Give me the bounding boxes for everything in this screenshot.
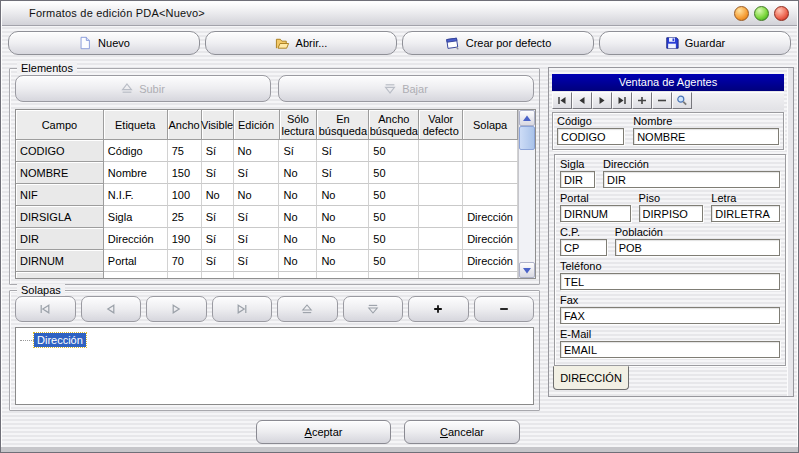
grid-cell[interactable]: Sí (317, 162, 369, 184)
grid-cell[interactable]: Sí (202, 250, 234, 272)
field-portal-input[interactable] (560, 205, 631, 222)
grid-cell[interactable] (419, 140, 463, 162)
grid-cell[interactable] (419, 250, 463, 272)
agentes-previous-button[interactable] (572, 92, 592, 109)
grid-cell[interactable]: 50 (369, 250, 419, 272)
maximize-button[interactable] (754, 6, 769, 21)
grid-cell[interactable]: Piso (104, 272, 168, 278)
grid-cell[interactable] (419, 184, 463, 206)
grid-cell[interactable]: Nombre (104, 162, 168, 184)
grid-cell[interactable]: No (279, 250, 317, 272)
toolbar-button-abrir[interactable]: Abrir... (205, 31, 397, 55)
field-telefono-input[interactable] (560, 273, 780, 290)
minimize-button[interactable] (734, 6, 749, 21)
solapas-previous-button[interactable] (81, 296, 142, 322)
grid-cell[interactable]: 50 (369, 272, 419, 278)
grid-cell[interactable]: No (279, 206, 317, 228)
grid-cell[interactable]: No (317, 272, 369, 278)
scroll-down-button[interactable] (519, 262, 535, 278)
move-down-button[interactable]: Bajar (278, 75, 534, 102)
grid-cell[interactable]: Portal (104, 250, 168, 272)
solapas-last-button[interactable] (212, 296, 273, 322)
grid-cell[interactable]: Sí (234, 250, 280, 272)
tree-item[interactable]: Dirección (16, 332, 533, 348)
field-piso-input[interactable] (639, 205, 704, 222)
grid-cell[interactable]: Sí (234, 228, 280, 250)
toolbar-button-crear-por-defecto[interactable]: Crear por defecto (402, 31, 594, 55)
grid-cell[interactable]: Sí (202, 140, 234, 162)
grid-cell[interactable]: 190 (168, 228, 202, 250)
grid-cell[interactable]: Sí (202, 272, 234, 278)
tree-item-label[interactable]: Dirección (34, 333, 86, 347)
solapas-first-button[interactable] (15, 296, 76, 322)
agentes-last-button[interactable] (612, 92, 632, 109)
agentes-add-button[interactable] (632, 92, 652, 109)
grid-cell[interactable]: Dirección (463, 228, 518, 250)
grid-cell[interactable]: No (279, 272, 317, 278)
grid-cell[interactable]: No (234, 184, 280, 206)
grid-cell[interactable]: No (317, 206, 369, 228)
solapas-tree[interactable]: Dirección (15, 327, 534, 405)
field-c-p-input[interactable] (560, 239, 607, 256)
row-header-cell[interactable]: DIR (16, 228, 104, 250)
solapas-move-down-button[interactable] (343, 296, 404, 322)
grid-cell[interactable]: No (317, 228, 369, 250)
grid-cell[interactable]: 25 (168, 206, 202, 228)
grid-cell[interactable]: No (317, 184, 369, 206)
toolbar-button-guardar[interactable]: Guardar (599, 31, 791, 55)
grid-cell[interactable]: Sí (234, 162, 280, 184)
grid-cell[interactable]: No (279, 228, 317, 250)
grid-cell[interactable]: No (279, 162, 317, 184)
field-direccion-input[interactable] (603, 171, 780, 188)
cancelar-button[interactable]: Cancelar (404, 420, 520, 444)
grid-cell[interactable] (419, 162, 463, 184)
grid-cell[interactable]: Código (104, 140, 168, 162)
solapas-remove-button[interactable] (474, 296, 535, 322)
grid-cell[interactable] (463, 184, 518, 206)
grid-cell[interactable]: 70 (168, 250, 202, 272)
grid-cell[interactable]: Dirección (463, 250, 518, 272)
row-header-cell[interactable]: DIRNUM (16, 250, 104, 272)
grid-cell[interactable]: No (279, 184, 317, 206)
grid-cell[interactable] (463, 162, 518, 184)
grid-cell[interactable]: 50 (369, 162, 419, 184)
grid-cell[interactable]: Sí (202, 162, 234, 184)
field-nombre-input[interactable] (633, 128, 779, 145)
agentes-remove-button[interactable] (652, 92, 672, 109)
row-header-cell[interactable]: CODIGO (16, 140, 104, 162)
grid-cell[interactable] (419, 228, 463, 250)
grid-cell[interactable]: Dirección (463, 272, 518, 278)
grid-cell[interactable]: Sí (202, 228, 234, 250)
solapas-next-button[interactable] (146, 296, 207, 322)
grid-cell[interactable]: Dirección (104, 228, 168, 250)
field-fax-input[interactable] (560, 307, 780, 324)
row-header-cell[interactable]: NOMBRE (16, 162, 104, 184)
tab-direccion[interactable]: DIRECCIÓN (553, 366, 629, 390)
row-header-cell[interactable]: DIRPISO (16, 272, 104, 278)
solapas-add-button[interactable] (408, 296, 469, 322)
agentes-first-button[interactable] (552, 92, 572, 109)
grid-cell[interactable]: 50 (369, 228, 419, 250)
grid-cell[interactable]: No (202, 184, 234, 206)
grid-cell[interactable]: Sí (234, 206, 280, 228)
grid-cell[interactable]: Sí (279, 140, 317, 162)
grid-cell[interactable] (419, 206, 463, 228)
toolbar-button-nuevo[interactable]: Nuevo (8, 31, 200, 55)
agentes-next-button[interactable] (592, 92, 612, 109)
grid-cell[interactable]: Sí (202, 206, 234, 228)
scrollbar-thumb[interactable] (519, 126, 535, 150)
grid-cell[interactable] (419, 272, 463, 278)
scrollbar-track[interactable] (519, 126, 535, 262)
grid-cell[interactable]: Sí (317, 140, 369, 162)
grid-cell[interactable]: Sí (234, 272, 280, 278)
grid-cell[interactable]: 70 (168, 272, 202, 278)
grid-cell[interactable]: 75 (168, 140, 202, 162)
row-header-cell[interactable]: DIRSIGLA (16, 206, 104, 228)
field-sigla-input[interactable] (560, 171, 595, 188)
scroll-up-button[interactable] (519, 110, 535, 126)
row-header-cell[interactable]: NIF (16, 184, 104, 206)
solapas-move-up-button[interactable] (277, 296, 338, 322)
field-letra-input[interactable] (711, 205, 780, 222)
close-button[interactable] (774, 6, 789, 21)
aceptar-button[interactable]: Aceptar (256, 420, 391, 444)
